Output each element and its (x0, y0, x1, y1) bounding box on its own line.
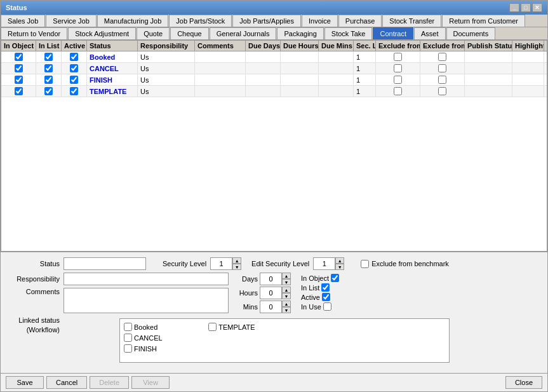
cell-excl1-4[interactable] (376, 86, 420, 97)
days-down[interactable]: ▼ (282, 279, 291, 285)
cell-inlist-4[interactable] (36, 86, 62, 97)
view-button[interactable]: View (131, 376, 170, 389)
cell-excl1-2[interactable] (376, 63, 420, 74)
tab-stock-transfer[interactable]: Stock Transfer (382, 15, 441, 27)
days-input[interactable]: 0 (260, 273, 282, 285)
checkbox-inobject-2[interactable] (15, 64, 23, 72)
checkbox-active-2[interactable] (70, 64, 78, 72)
edit-security-down[interactable]: ▼ (335, 264, 344, 270)
status-input[interactable] (63, 257, 146, 270)
tab-documents[interactable]: Documents (446, 27, 496, 39)
tab-service-job[interactable]: Service Job (46, 15, 96, 27)
cancel-button[interactable]: Cancel (46, 376, 87, 389)
header-duehours: Due Hours (281, 41, 319, 51)
checkbox-excl1-3[interactable] (394, 76, 402, 84)
cell-excl1-1[interactable] (376, 51, 420, 62)
checkbox-inobject-3[interactable] (15, 76, 23, 84)
checkbox-excl2-2[interactable] (438, 64, 446, 72)
days-up[interactable]: ▲ (282, 273, 291, 279)
checkbox-active-3[interactable] (70, 76, 78, 84)
linked-cancel-checkbox[interactable] (124, 334, 132, 342)
cell-excl2-4[interactable] (420, 86, 465, 97)
mins-down[interactable]: ▼ (282, 307, 291, 313)
tab-quote[interactable]: Quote (137, 27, 170, 39)
mins-input[interactable]: 0 (260, 301, 282, 313)
cell-excl2-1[interactable] (420, 51, 465, 62)
tab-stock-take[interactable]: Stock Take (324, 27, 373, 39)
linked-finish-checkbox[interactable] (124, 344, 132, 353)
tab-manufacturing-job[interactable]: Manufacturing Job (97, 15, 169, 27)
checkbox-inobject-1[interactable] (15, 53, 23, 61)
minimize-button[interactable]: _ (509, 3, 519, 12)
tab-packaging[interactable]: Packaging (277, 27, 323, 39)
checkbox-inobject-4[interactable] (15, 87, 23, 95)
comments-textarea[interactable] (63, 288, 229, 313)
checkbox-excl2-3[interactable] (438, 76, 446, 84)
cell-excl2-3[interactable] (420, 74, 465, 85)
checkbox-inlist-4[interactable] (44, 87, 53, 95)
edit-security-input[interactable]: 1 (313, 257, 335, 270)
cell-inobject-4[interactable] (1, 86, 36, 97)
tab-return-to-vendor[interactable]: Return to Vendor (1, 27, 67, 39)
checkbox-active-1[interactable] (70, 53, 78, 61)
tab-invoice[interactable]: Invoice (302, 15, 338, 27)
cell-excl1-3[interactable] (376, 74, 420, 85)
active-checkbox[interactable] (322, 293, 330, 301)
cell-inobject-3[interactable] (1, 74, 36, 85)
mins-spinbox[interactable]: 0 ▲ ▼ (260, 301, 291, 313)
tab-job-parts-applies[interactable]: Job Parts/Applies (232, 15, 301, 27)
tab-job-parts-stock[interactable]: Job Parts/Stock (169, 15, 232, 27)
checkbox-excl1-4[interactable] (394, 87, 402, 95)
in-list-checkbox[interactable] (321, 283, 330, 292)
checkbox-inlist-2[interactable] (44, 64, 53, 72)
hours-up[interactable]: ▲ (282, 287, 291, 293)
mins-up[interactable]: ▲ (282, 301, 291, 307)
in-object-checkbox[interactable] (331, 274, 339, 282)
checkbox-excl2-4[interactable] (438, 87, 446, 95)
hours-down[interactable]: ▼ (282, 293, 291, 299)
security-level-input[interactable]: 1 (210, 257, 232, 270)
cell-inlist-2[interactable] (36, 63, 62, 74)
security-level-down[interactable]: ▼ (232, 264, 241, 270)
cell-active-1[interactable] (62, 51, 87, 62)
tab-sales-job[interactable]: Sales Job (1, 15, 45, 27)
tab-contract[interactable]: Contract (373, 27, 413, 39)
cell-excl2-2[interactable] (420, 63, 465, 74)
responsibility-input[interactable] (63, 273, 229, 285)
linked-template-checkbox[interactable] (208, 323, 217, 331)
tab-stock-adjustment[interactable]: Stock Adjustment (68, 27, 136, 39)
checkbox-active-4[interactable] (70, 87, 78, 95)
close-button[interactable]: Close (505, 376, 542, 389)
edit-security-spinbox[interactable]: 1 ▲ ▼ (313, 257, 344, 270)
security-level-up[interactable]: ▲ (232, 257, 241, 264)
hours-input[interactable]: 0 (260, 287, 282, 299)
cell-inlist-3[interactable] (36, 74, 62, 85)
security-level-spinbox[interactable]: 1 ▲ ▼ (210, 257, 241, 270)
checkbox-inlist-3[interactable] (44, 76, 53, 84)
cell-active-2[interactable] (62, 63, 87, 74)
linked-booked-checkbox[interactable] (124, 323, 132, 331)
delete-button[interactable]: Delete (90, 376, 129, 389)
cell-active-4[interactable] (62, 86, 87, 97)
hours-spinbox[interactable]: 0 ▲ ▼ (260, 287, 291, 299)
checkbox-excl1-1[interactable] (394, 53, 402, 61)
maximize-button[interactable]: □ (521, 3, 531, 12)
checkbox-excl1-2[interactable] (394, 64, 402, 72)
checkbox-inlist-1[interactable] (44, 53, 53, 61)
cell-inobject-1[interactable] (1, 51, 36, 62)
tab-return-from-customer[interactable]: Return from Customer (442, 15, 525, 27)
tab-cheque[interactable]: Cheque (170, 27, 209, 39)
days-spinbox[interactable]: 0 ▲ ▼ (260, 273, 291, 285)
exclude-benchmark-checkbox[interactable] (361, 260, 369, 268)
save-button[interactable]: Save (6, 376, 44, 389)
cell-inobject-2[interactable] (1, 63, 36, 74)
tab-asset[interactable]: Asset (414, 27, 446, 39)
close-window-button[interactable]: ✕ (532, 3, 542, 12)
tab-general-journals[interactable]: General Journals (210, 27, 277, 39)
in-use-checkbox[interactable] (323, 302, 331, 311)
checkbox-excl2-1[interactable] (438, 53, 446, 61)
edit-security-up[interactable]: ▲ (335, 257, 344, 264)
cell-active-3[interactable] (62, 74, 87, 85)
tab-purchase[interactable]: Purchase (338, 15, 382, 27)
cell-inlist-1[interactable] (36, 51, 62, 62)
